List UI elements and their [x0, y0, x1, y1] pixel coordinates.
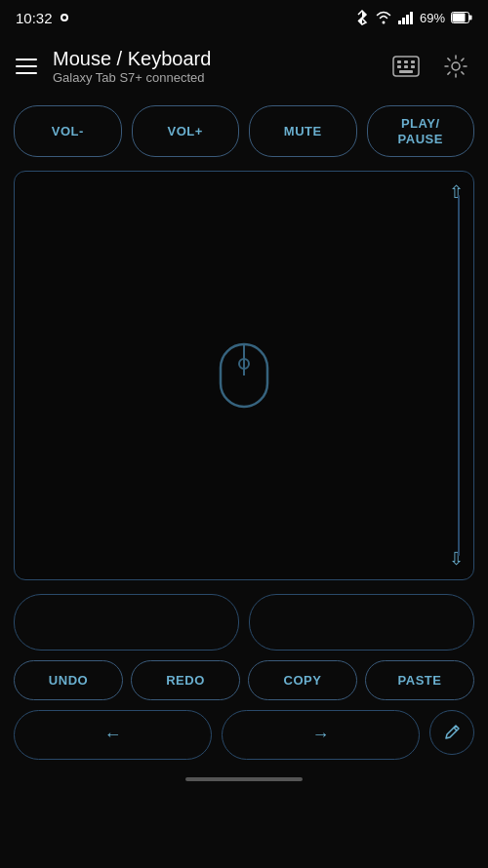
vol-minus-button[interactable]: VOL- [14, 105, 122, 157]
svg-point-15 [452, 62, 460, 70]
paste-button[interactable]: PASTE [365, 660, 474, 700]
status-bar: 10:32 69% [0, 0, 488, 35]
keyboard-icon [392, 56, 420, 77]
app-bar: Mouse / Keyboard Galaxy Tab S7+ connecte… [0, 35, 488, 98]
scroll-up-arrow[interactable]: ⇧ [449, 181, 464, 203]
svg-rect-1 [402, 18, 405, 24]
app-title: Mouse / Keyboard [53, 48, 211, 70]
svg-rect-3 [410, 12, 413, 24]
keyboard-button[interactable] [388, 52, 424, 81]
media-controls: VOL- VOL+ MUTE PLAY/ PAUSE [0, 98, 488, 165]
click-buttons-row [14, 594, 474, 651]
svg-rect-11 [397, 65, 401, 68]
svg-rect-2 [406, 15, 409, 24]
vol-plus-button[interactable]: VOL+ [132, 105, 240, 157]
wifi-icon [375, 11, 392, 24]
svg-rect-0 [398, 20, 401, 24]
app-title-block: Mouse / Keyboard Galaxy Tab S7+ connecte… [53, 48, 211, 85]
settings-button[interactable] [439, 50, 472, 83]
scroll-down-arrow[interactable]: ⇩ [449, 548, 464, 570]
svg-rect-13 [411, 65, 415, 68]
mouse-icon [219, 342, 269, 409]
svg-rect-5 [453, 14, 466, 22]
status-right: 69% [355, 10, 472, 25]
right-arrow-button[interactable]: → [222, 710, 420, 760]
svg-rect-12 [404, 65, 408, 68]
svg-rect-9 [404, 60, 408, 63]
left-click-button[interactable] [14, 594, 239, 651]
right-click-button[interactable] [249, 594, 474, 651]
home-bar [0, 769, 488, 785]
trackpad-area[interactable]: ⇧ ⇩ [14, 171, 474, 580]
pencil-icon [443, 724, 461, 741]
play-pause-button[interactable]: PLAY/ PAUSE [367, 105, 475, 157]
battery-icon [451, 12, 472, 23]
gear-icon [443, 54, 468, 79]
edit-buttons-row: UNDO REDO COPY PASTE [14, 660, 474, 700]
signal-icon [398, 11, 414, 24]
mute-button[interactable]: MUTE [249, 105, 357, 157]
svg-rect-6 [470, 16, 472, 20]
redo-button[interactable]: REDO [131, 660, 240, 700]
svg-rect-10 [411, 60, 415, 63]
svg-rect-8 [397, 60, 401, 63]
scroll-bar [458, 195, 460, 556]
status-bar-left: 10:32 [16, 10, 68, 26]
app-bar-right [388, 50, 472, 83]
undo-button[interactable]: UNDO [14, 660, 123, 700]
edit-pencil-button[interactable] [429, 710, 474, 755]
arrow-row: ← → [14, 710, 474, 760]
menu-button[interactable] [16, 59, 37, 74]
status-time: 10:32 [16, 10, 53, 26]
app-bar-left: Mouse / Keyboard Galaxy Tab S7+ connecte… [16, 48, 211, 85]
battery-percent: 69% [420, 11, 445, 25]
home-indicator [185, 777, 303, 781]
status-dot-icon [61, 14, 68, 21]
bottom-controls: UNDO REDO COPY PASTE ← → [0, 586, 488, 760]
copy-button[interactable]: COPY [248, 660, 357, 700]
svg-rect-14 [399, 70, 413, 73]
bluetooth-icon [355, 10, 369, 25]
left-arrow-button[interactable]: ← [14, 710, 212, 760]
app-subtitle: Galaxy Tab S7+ connected [53, 70, 211, 85]
